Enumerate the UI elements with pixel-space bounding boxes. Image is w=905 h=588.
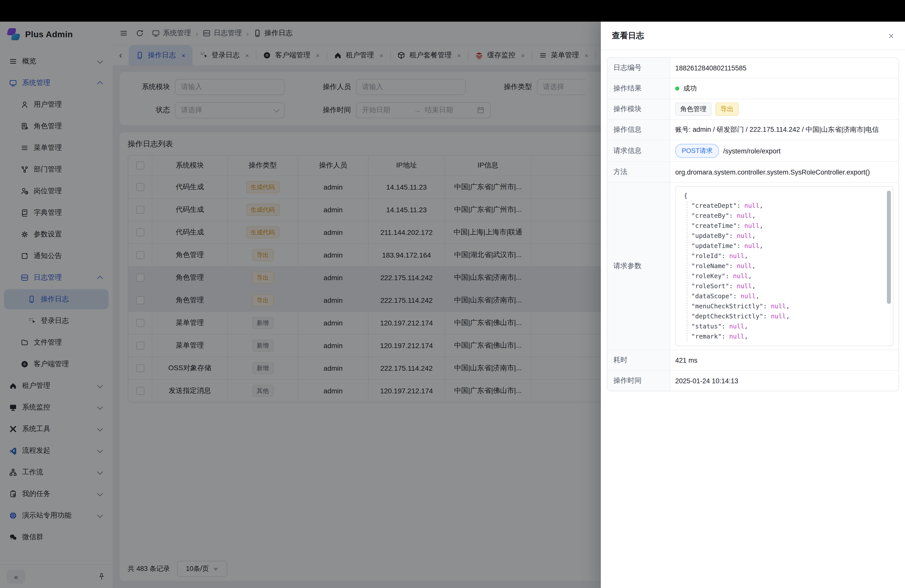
close-icon[interactable]: ×	[888, 31, 894, 40]
module-tag: 导出	[716, 103, 738, 116]
screen: Plus Admin 概览系统管理用户管理角色管理菜单管理部门管理岗位管理字典管…	[0, 0, 905, 588]
detail-row: 请求信息POST请求/system/role/export	[607, 140, 899, 162]
detail-value: 账号: admin / 研发部门 / 222.175.114.242 / 中国|…	[670, 120, 899, 140]
detail-value: { "createDept": null, "createBy": null, …	[670, 183, 899, 350]
request-path: /system/role/export	[723, 147, 781, 155]
json-content: { "createDept": null, "createBy": null, …	[684, 191, 886, 342]
detail-row: 日志编号1882612840802115585	[607, 58, 899, 78]
log-detail-table: 日志编号1882612840802115585操作结果成功操作模块角色管理导出操…	[607, 57, 899, 391]
drawer-body: 日志编号1882612840802115585操作结果成功操作模块角色管理导出操…	[601, 50, 905, 588]
detail-label: 请求参数	[607, 183, 670, 350]
detail-label: 操作结果	[607, 78, 670, 99]
detail-value: 421 ms	[670, 350, 899, 370]
top-black-bar	[0, 0, 905, 22]
detail-row: 方法org.dromara.system.controller.system.S…	[607, 162, 899, 182]
detail-label: 请求信息	[607, 140, 670, 162]
detail-row: 耗时421 ms	[607, 350, 899, 370]
detail-value: 成功	[670, 78, 899, 99]
module-tag: 角色管理	[675, 103, 711, 116]
result-text: 成功	[683, 84, 697, 93]
detail-value: org.dromara.system.controller.system.Sys…	[670, 162, 899, 182]
detail-label: 操作模块	[607, 99, 670, 119]
detail-label: 方法	[607, 162, 670, 182]
detail-value: POST请求/system/role/export	[670, 140, 899, 162]
drawer-header: 查看日志 ×	[601, 22, 905, 50]
detail-label: 操作时间	[607, 371, 670, 391]
drawer-title: 查看日志	[612, 30, 644, 41]
detail-row: 操作模块角色管理导出	[607, 99, 899, 119]
scrollbar-thumb[interactable]	[887, 191, 891, 304]
detail-value: 角色管理导出	[670, 99, 899, 119]
detail-label: 操作信息	[607, 120, 670, 140]
detail-row: 操作时间2025-01-24 10:14:13	[607, 370, 899, 391]
request-params-code[interactable]: { "createDept": null, "createBy": null, …	[675, 186, 894, 346]
post-request-badge: POST请求	[675, 144, 719, 158]
modal-overlay[interactable]	[0, 22, 601, 588]
detail-label: 日志编号	[607, 58, 670, 78]
view-log-drawer: 查看日志 × 日志编号1882612840802115585操作结果成功操作模块…	[601, 22, 905, 588]
detail-row: 操作结果成功	[607, 78, 899, 99]
success-dot-icon	[675, 86, 679, 91]
detail-value: 1882612840802115585	[670, 58, 899, 78]
detail-row: 请求参数{ "createDept": null, "createBy": nu…	[607, 182, 899, 350]
detail-row: 操作信息账号: admin / 研发部门 / 222.175.114.242 /…	[607, 119, 899, 140]
detail-value: 2025-01-24 10:14:13	[670, 371, 899, 391]
indent-guide	[687, 202, 687, 342]
detail-label: 耗时	[607, 350, 670, 370]
